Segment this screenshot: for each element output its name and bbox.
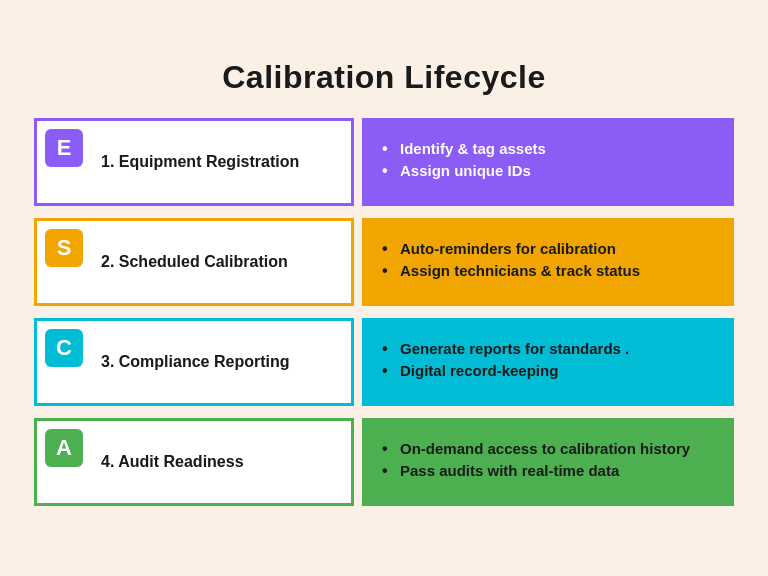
step-label-1: 1. Equipment Registration [101,153,299,171]
lifecycle-row-3: C 3. Compliance Reporting Generate repor… [34,318,734,406]
bullet-2-row-4: Pass audits with real-time data [382,462,690,479]
icon-letter-2: S [45,229,83,267]
right-box-2: Auto-reminders for calibration Assign te… [362,218,734,306]
bullet-2-row-1: Assign unique IDs [382,162,546,179]
left-box-4: A 4. Audit Readiness [34,418,354,506]
icon-letter-1: E [45,129,83,167]
step-label-3: 3. Compliance Reporting [101,353,289,371]
left-box-2: S 2. Scheduled Calibration [34,218,354,306]
right-box-1: Identify & tag assets Assign unique IDs [362,118,734,206]
icon-letter-3: C [45,329,83,367]
label-box-3: 3. Compliance Reporting [91,321,351,403]
step-label-2: 2. Scheduled Calibration [101,253,288,271]
lifecycle-row-2: S 2. Scheduled Calibration Auto-reminder… [34,218,734,306]
label-box-4: 4. Audit Readiness [91,421,351,503]
bullet-1-row-2: Auto-reminders for calibration [382,240,640,257]
bullet-list-3: Generate reports for standards . Digital… [382,340,629,384]
bullet-list-1: Identify & tag assets Assign unique IDs [382,140,546,184]
label-box-1: 1. Equipment Registration [91,121,351,203]
right-box-4: On-demand access to calibration history … [362,418,734,506]
rows-container: E 1. Equipment Registration Identify & t… [34,118,734,506]
icon-box-4: A [37,421,91,503]
bullet-list-4: On-demand access to calibration history … [382,440,690,484]
label-box-2: 2. Scheduled Calibration [91,221,351,303]
icon-box-3: C [37,321,91,403]
page-title: Calibration Lifecycle [34,59,734,96]
bullet-list-2: Auto-reminders for calibration Assign te… [382,240,640,284]
icon-box-2: S [37,221,91,303]
right-box-3: Generate reports for standards . Digital… [362,318,734,406]
lifecycle-row-1: E 1. Equipment Registration Identify & t… [34,118,734,206]
left-box-1: E 1. Equipment Registration [34,118,354,206]
lifecycle-row-4: A 4. Audit Readiness On-demand access to… [34,418,734,506]
bullet-1-row-4: On-demand access to calibration history [382,440,690,457]
step-label-4: 4. Audit Readiness [101,453,244,471]
left-box-3: C 3. Compliance Reporting [34,318,354,406]
bullet-1-row-1: Identify & tag assets [382,140,546,157]
bullet-1-row-3: Generate reports for standards . [382,340,629,357]
icon-letter-4: A [45,429,83,467]
main-container: Calibration Lifecycle E 1. Equipment Reg… [14,49,754,528]
bullet-2-row-3: Digital record-keeping [382,362,629,379]
bullet-2-row-2: Assign technicians & track status [382,262,640,279]
icon-box-1: E [37,121,91,203]
